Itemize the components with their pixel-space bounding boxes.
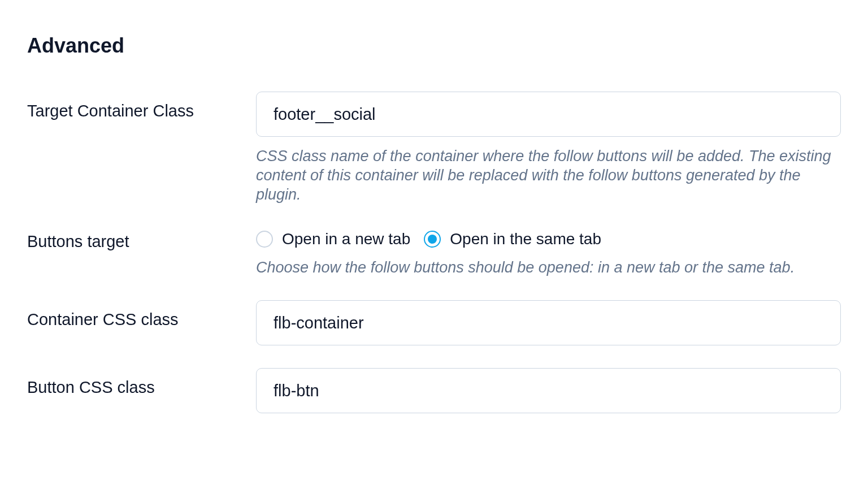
radio-option-new-tab[interactable]: Open in a new tab	[256, 230, 410, 248]
form-row-target-container: Target Container Class CSS class name of…	[27, 92, 841, 204]
radio-icon	[424, 231, 441, 248]
buttons-target-label: Buttons target	[27, 232, 129, 250]
section-title: Advanced	[27, 34, 841, 58]
radio-option-same-tab[interactable]: Open in the same tab	[424, 230, 601, 248]
radio-dot-icon	[428, 235, 437, 244]
control-col	[256, 300, 841, 345]
control-col: CSS class name of the container where th…	[256, 92, 841, 204]
radio-icon	[256, 231, 273, 248]
radio-label-same-tab: Open in the same tab	[450, 230, 601, 248]
radio-label-new-tab: Open in a new tab	[282, 230, 410, 248]
label-col: Button CSS class	[27, 368, 256, 397]
target-container-class-input[interactable]	[256, 92, 841, 137]
form-row-buttons-target: Buttons target Open in a new tab Open in…	[27, 227, 841, 278]
buttons-target-radio-group: Open in a new tab Open in the same tab	[256, 230, 841, 248]
control-col: Open in a new tab Open in the same tab C…	[256, 227, 841, 278]
form-row-button-css-class: Button CSS class	[27, 368, 841, 413]
container-css-class-label: Container CSS class	[27, 310, 179, 328]
container-css-class-input[interactable]	[256, 300, 841, 345]
label-col: Container CSS class	[27, 300, 256, 329]
button-css-class-label: Button CSS class	[27, 378, 155, 396]
target-container-class-help: CSS class name of the container where th…	[256, 147, 841, 204]
label-col: Target Container Class	[27, 92, 256, 120]
buttons-target-help: Choose how the follow buttons should be …	[256, 258, 841, 278]
form-row-container-css-class: Container CSS class	[27, 300, 841, 345]
target-container-class-label: Target Container Class	[27, 102, 194, 120]
button-css-class-input[interactable]	[256, 368, 841, 413]
label-col: Buttons target	[27, 227, 256, 251]
control-col	[256, 368, 841, 413]
